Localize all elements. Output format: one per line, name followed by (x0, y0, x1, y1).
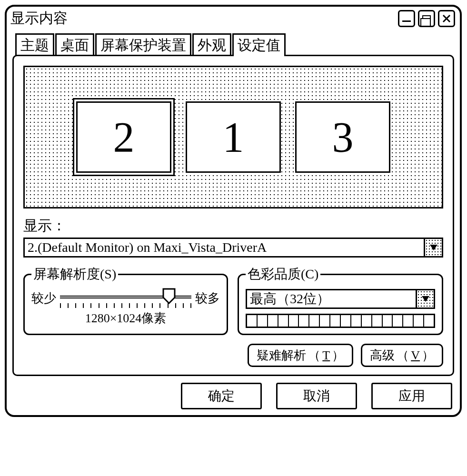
tab-desktop[interactable]: 桌面 (55, 33, 94, 56)
resolution-value: 1280×1024像素 (31, 310, 220, 327)
window-controls (398, 10, 455, 27)
tab-theme[interactable]: 主题 (15, 33, 54, 56)
window-title: 显示内容 (10, 9, 398, 28)
tab-appearance[interactable]: 外观 (192, 33, 231, 56)
chevron-down-icon[interactable] (416, 290, 434, 307)
display-properties-window: 显示内容 主题 桌面 屏幕保护装置 外观 设定值 2 1 3 显示： 2. (5, 5, 462, 417)
maximize-button[interactable] (418, 10, 435, 27)
resolution-less-label: 较少 (31, 290, 56, 307)
monitor-layout-area[interactable]: 2 1 3 (23, 66, 443, 208)
display-dropdown-value: 2.(Default Monitor) on Maxi_Vista_Driver… (25, 239, 424, 256)
color-quality-legend: 色彩品质(C) (246, 265, 320, 283)
sub-button-row: 疑难解析（T） 高级（V） (23, 344, 443, 367)
svg-marker-3 (163, 289, 175, 303)
display-label: 显示： (23, 216, 443, 236)
monitor-1[interactable]: 1 (186, 101, 281, 173)
resolution-slider[interactable] (60, 287, 191, 309)
monitor-2[interactable]: 2 (76, 101, 171, 173)
svg-marker-2 (430, 245, 437, 250)
cancel-button[interactable]: 取消 (276, 383, 357, 409)
tab-strip: 主题 桌面 屏幕保护装置 外观 设定值 (15, 32, 454, 55)
monitor-3[interactable]: 3 (295, 101, 390, 173)
color-gradient-bar (246, 314, 435, 328)
color-quality-group: 色彩品质(C) 最高（32位） (238, 265, 443, 335)
minimize-button[interactable] (398, 10, 415, 27)
tab-settings[interactable]: 设定值 (232, 33, 286, 56)
client-area: 主题 桌面 屏幕保护装置 外观 设定值 2 1 3 显示： 2.(Default… (7, 32, 460, 415)
resolution-group: 屏幕解析度(S) 较少 较多 (23, 265, 228, 335)
close-button[interactable] (438, 10, 455, 27)
titlebar: 显示内容 (7, 7, 460, 32)
chevron-down-icon[interactable] (424, 239, 442, 256)
resolution-legend: 屏幕解析度(S) (31, 265, 118, 283)
dialog-button-row: 确定 取消 应用 (12, 383, 454, 409)
display-dropdown[interactable]: 2.(Default Monitor) on Maxi_Vista_Driver… (23, 238, 443, 258)
troubleshoot-button[interactable]: 疑难解析（T） (248, 344, 353, 367)
tab-screensaver[interactable]: 屏幕保护装置 (95, 33, 191, 56)
apply-button[interactable]: 应用 (371, 383, 452, 409)
resolution-more-label: 较多 (195, 290, 220, 307)
ok-button[interactable]: 确定 (181, 383, 262, 409)
resolution-slider-row: 较少 较多 (31, 287, 220, 309)
svg-marker-4 (422, 296, 429, 302)
color-quality-dropdown[interactable]: 最高（32位） (246, 289, 435, 309)
settings-panel: 2 1 3 显示： 2.(Default Monitor) on Maxi_Vi… (12, 55, 454, 376)
color-quality-value: 最高（32位） (247, 290, 416, 307)
advanced-button[interactable]: 高级（V） (361, 344, 443, 367)
settings-columns: 屏幕解析度(S) 较少 较多 (23, 265, 443, 335)
slider-thumb-icon[interactable] (162, 288, 176, 304)
